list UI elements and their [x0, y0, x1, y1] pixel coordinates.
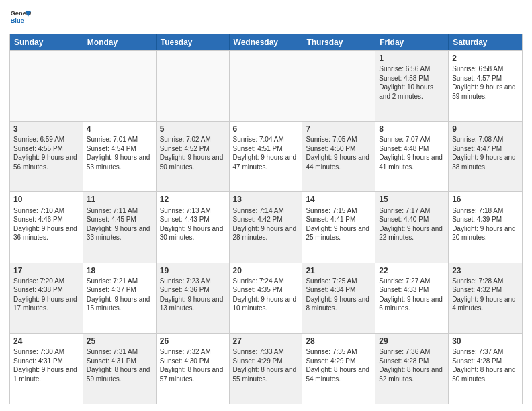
calendar: SundayMondayTuesdayWednesdayThursdayFrid… [9, 34, 523, 404]
day-number: 11 [87, 194, 152, 205]
day-number: 12 [160, 194, 226, 205]
calendar-cell: 30Sunrise: 7:37 AM Sunset: 4:28 PM Dayli… [449, 334, 522, 404]
day-number: 29 [379, 336, 445, 347]
calendar-row: 24Sunrise: 7:30 AM Sunset: 4:31 PM Dayli… [10, 333, 522, 404]
calendar-cell [83, 51, 157, 121]
day-number: 21 [306, 265, 371, 276]
day-info: Sunrise: 6:56 AM Sunset: 4:58 PM Dayligh… [379, 65, 433, 100]
day-info: Sunrise: 7:28 AM Sunset: 4:32 PM Dayligh… [452, 277, 516, 312]
weekday-header: Friday [375, 34, 449, 50]
calendar-cell [10, 51, 83, 121]
calendar-header: SundayMondayTuesdayWednesdayThursdayFrid… [10, 34, 522, 50]
logo-icon: General Blue [9, 7, 31, 28]
day-number: 18 [87, 265, 152, 276]
day-info: Sunrise: 7:08 AM Sunset: 4:47 PM Dayligh… [452, 136, 516, 171]
day-number: 10 [13, 194, 79, 205]
calendar-cell: 3Sunrise: 6:59 AM Sunset: 4:55 PM Daylig… [10, 122, 83, 191]
day-number: 7 [306, 124, 371, 134]
day-number: 22 [379, 265, 445, 276]
day-number: 19 [160, 265, 226, 276]
day-number: 1 [379, 53, 445, 64]
day-info: Sunrise: 7:18 AM Sunset: 4:39 PM Dayligh… [452, 207, 516, 242]
day-info: Sunrise: 7:07 AM Sunset: 4:48 PM Dayligh… [379, 136, 443, 171]
calendar-row: 3Sunrise: 6:59 AM Sunset: 4:55 PM Daylig… [10, 121, 522, 191]
logo: General Blue [9, 7, 31, 28]
calendar-cell: 7Sunrise: 7:05 AM Sunset: 4:50 PM Daylig… [302, 122, 375, 191]
calendar-row: 10Sunrise: 7:10 AM Sunset: 4:46 PM Dayli… [10, 191, 522, 262]
day-number: 15 [379, 194, 445, 205]
calendar-row: 17Sunrise: 7:20 AM Sunset: 4:38 PM Dayli… [10, 263, 522, 333]
day-info: Sunrise: 7:35 AM Sunset: 4:29 PM Dayligh… [306, 348, 369, 383]
calendar-cell: 25Sunrise: 7:31 AM Sunset: 4:31 PM Dayli… [83, 334, 157, 404]
day-info: Sunrise: 7:21 AM Sunset: 4:37 PM Dayligh… [87, 277, 150, 312]
day-info: Sunrise: 7:11 AM Sunset: 4:45 PM Dayligh… [87, 207, 150, 242]
day-info: Sunrise: 7:20 AM Sunset: 4:38 PM Dayligh… [13, 277, 77, 312]
weekday-header: Sunday [10, 34, 83, 50]
calendar-cell: 27Sunrise: 7:33 AM Sunset: 4:29 PM Dayli… [230, 334, 303, 404]
calendar-cell: 21Sunrise: 7:25 AM Sunset: 4:34 PM Dayli… [302, 263, 375, 333]
day-number: 9 [452, 124, 519, 134]
calendar-cell [302, 51, 375, 121]
day-number: 3 [13, 124, 79, 134]
calendar-cell: 29Sunrise: 7:36 AM Sunset: 4:28 PM Dayli… [375, 334, 449, 404]
calendar-cell: 6Sunrise: 7:04 AM Sunset: 4:51 PM Daylig… [230, 122, 303, 191]
day-number: 17 [13, 265, 79, 276]
calendar-cell: 18Sunrise: 7:21 AM Sunset: 4:37 PM Dayli… [83, 263, 157, 333]
day-info: Sunrise: 7:15 AM Sunset: 4:41 PM Dayligh… [306, 207, 369, 242]
day-info: Sunrise: 7:02 AM Sunset: 4:52 PM Dayligh… [160, 136, 224, 171]
day-number: 14 [306, 194, 371, 205]
day-info: Sunrise: 7:04 AM Sunset: 4:51 PM Dayligh… [233, 136, 297, 171]
weekday-header: Monday [83, 34, 157, 50]
day-info: Sunrise: 7:33 AM Sunset: 4:29 PM Dayligh… [233, 348, 297, 383]
weekday-header: Thursday [302, 34, 375, 50]
weekday-header: Tuesday [157, 34, 230, 50]
header: General Blue [9, 7, 523, 28]
day-number: 20 [233, 265, 299, 276]
day-number: 25 [87, 336, 152, 347]
calendar-cell [157, 51, 230, 121]
calendar-row: 1Sunrise: 6:56 AM Sunset: 4:58 PM Daylig… [10, 50, 522, 121]
day-number: 4 [87, 124, 152, 134]
day-info: Sunrise: 7:23 AM Sunset: 4:36 PM Dayligh… [160, 277, 224, 312]
calendar-body: 1Sunrise: 6:56 AM Sunset: 4:58 PM Daylig… [10, 50, 522, 404]
svg-text:Blue: Blue [11, 17, 24, 24]
calendar-cell: 11Sunrise: 7:11 AM Sunset: 4:45 PM Dayli… [83, 192, 157, 262]
day-number: 23 [452, 265, 519, 276]
day-info: Sunrise: 7:10 AM Sunset: 4:46 PM Dayligh… [13, 207, 77, 242]
day-number: 30 [452, 336, 519, 347]
day-info: Sunrise: 7:36 AM Sunset: 4:28 PM Dayligh… [379, 348, 443, 383]
calendar-cell: 17Sunrise: 7:20 AM Sunset: 4:38 PM Dayli… [10, 263, 83, 333]
day-info: Sunrise: 6:58 AM Sunset: 4:57 PM Dayligh… [452, 65, 516, 100]
calendar-cell: 1Sunrise: 6:56 AM Sunset: 4:58 PM Daylig… [375, 51, 449, 121]
day-info: Sunrise: 7:01 AM Sunset: 4:54 PM Dayligh… [87, 136, 150, 171]
day-info: Sunrise: 7:30 AM Sunset: 4:31 PM Dayligh… [13, 348, 77, 383]
day-info: Sunrise: 7:05 AM Sunset: 4:50 PM Dayligh… [306, 136, 369, 171]
day-number: 8 [379, 124, 445, 134]
calendar-cell: 8Sunrise: 7:07 AM Sunset: 4:48 PM Daylig… [375, 122, 449, 191]
weekday-header: Wednesday [230, 34, 303, 50]
calendar-cell: 24Sunrise: 7:30 AM Sunset: 4:31 PM Dayli… [10, 334, 83, 404]
day-number: 26 [160, 336, 226, 347]
calendar-cell: 14Sunrise: 7:15 AM Sunset: 4:41 PM Dayli… [302, 192, 375, 262]
day-number: 28 [306, 336, 371, 347]
calendar-cell: 13Sunrise: 7:14 AM Sunset: 4:42 PM Dayli… [230, 192, 303, 262]
page: General Blue SundayMondayTuesdayWednesda… [0, 0, 532, 411]
calendar-cell: 28Sunrise: 7:35 AM Sunset: 4:29 PM Dayli… [302, 334, 375, 404]
calendar-cell: 12Sunrise: 7:13 AM Sunset: 4:43 PM Dayli… [157, 192, 230, 262]
day-info: Sunrise: 7:32 AM Sunset: 4:30 PM Dayligh… [160, 348, 224, 383]
calendar-cell: 20Sunrise: 7:24 AM Sunset: 4:35 PM Dayli… [230, 263, 303, 333]
calendar-cell: 2Sunrise: 6:58 AM Sunset: 4:57 PM Daylig… [449, 51, 522, 121]
day-number: 6 [233, 124, 299, 134]
calendar-cell: 5Sunrise: 7:02 AM Sunset: 4:52 PM Daylig… [157, 122, 230, 191]
day-info: Sunrise: 7:24 AM Sunset: 4:35 PM Dayligh… [233, 277, 297, 312]
calendar-cell: 9Sunrise: 7:08 AM Sunset: 4:47 PM Daylig… [449, 122, 522, 191]
calendar-cell: 23Sunrise: 7:28 AM Sunset: 4:32 PM Dayli… [449, 263, 522, 333]
day-number: 16 [452, 194, 519, 205]
calendar-cell [230, 51, 303, 121]
day-info: Sunrise: 7:13 AM Sunset: 4:43 PM Dayligh… [160, 207, 224, 242]
day-number: 24 [13, 336, 79, 347]
day-number: 13 [233, 194, 299, 205]
day-info: Sunrise: 6:59 AM Sunset: 4:55 PM Dayligh… [13, 136, 77, 171]
calendar-cell: 15Sunrise: 7:17 AM Sunset: 4:40 PM Dayli… [375, 192, 449, 262]
calendar-cell: 10Sunrise: 7:10 AM Sunset: 4:46 PM Dayli… [10, 192, 83, 262]
